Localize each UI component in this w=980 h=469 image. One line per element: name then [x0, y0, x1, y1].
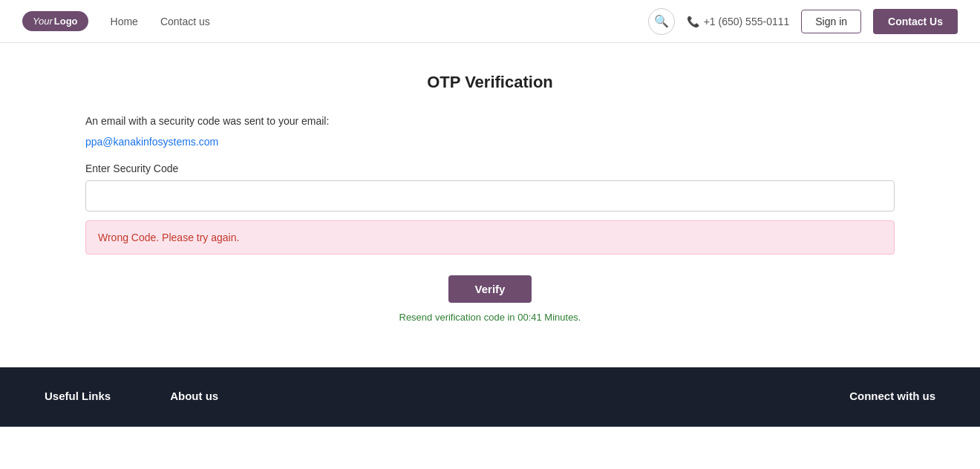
search-button[interactable]: 🔍 [648, 8, 675, 35]
nav-home[interactable]: Home [111, 16, 138, 27]
logo-your-text: Your [33, 16, 53, 27]
email-link[interactable]: ppa@kanakinfosystems.com [85, 136, 218, 148]
info-text-content: An email with a security code was sent t… [85, 115, 329, 127]
header-left: Your Logo Home Contact us [22, 11, 210, 31]
footer-about-us-title: About us [170, 390, 218, 402]
footer: Useful Links About us Connect with us [0, 367, 980, 427]
logo: Your Logo [22, 11, 88, 31]
logo-logo-text: Logo [54, 16, 78, 27]
info-text-line1: An email with a security code was sent t… [85, 113, 895, 129]
info-email: ppa@kanakinfosystems.com [85, 134, 895, 150]
footer-connect-title: Connect with us [849, 390, 935, 402]
phone-number: +1 (650) 555-0111 [704, 16, 790, 27]
form-container: An email with a security code was sent t… [85, 113, 895, 323]
phone-info: 📞 +1 (650) 555-0111 [687, 16, 790, 27]
error-message-text: Wrong Code. Please try again. [98, 232, 239, 243]
header: Your Logo Home Contact us 🔍 📞 +1 (650) 5… [0, 0, 980, 43]
header-right: 🔍 📞 +1 (650) 555-0111 Sign in Contact Us [648, 8, 958, 35]
error-message-box: Wrong Code. Please try again. [85, 220, 895, 255]
verify-section: Verify Resend verification code in 00:41… [85, 275, 895, 323]
security-code-label: Enter Security Code [85, 163, 895, 174]
footer-about-us: About us [170, 390, 218, 412]
security-code-input[interactable] [85, 180, 895, 211]
main-content: OTP Verification An email with a securit… [0, 43, 980, 367]
footer-useful-links: Useful Links [45, 390, 111, 412]
footer-connect-with-us: Connect with us [849, 390, 935, 412]
nav-contact-us[interactable]: Contact us [160, 16, 210, 27]
contact-us-button[interactable]: Contact Us [873, 9, 958, 34]
footer-useful-links-title: Useful Links [45, 390, 111, 402]
signin-button[interactable]: Sign in [801, 10, 861, 33]
search-icon: 🔍 [654, 14, 669, 28]
phone-icon: 📞 [687, 16, 699, 27]
verify-button[interactable]: Verify [448, 275, 532, 303]
resend-text[interactable]: Resend verification code in 00:41 Minute… [399, 312, 581, 323]
page-title: OTP Verification [427, 73, 553, 92]
